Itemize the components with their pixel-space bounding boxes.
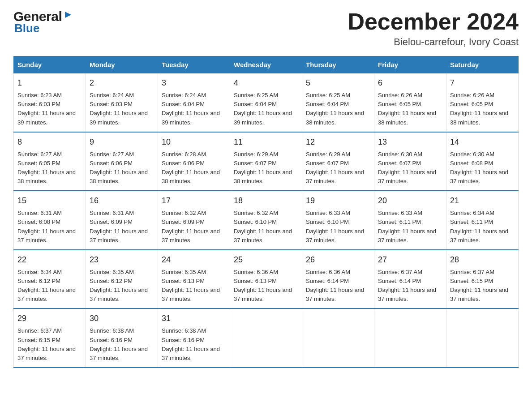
- calendar-cell: 5 Sunrise: 6:25 AMSunset: 6:04 PMDayligh…: [302, 73, 374, 132]
- calendar-cell: [374, 308, 446, 368]
- day-number: 2: [90, 77, 154, 89]
- calendar-cell: [446, 308, 519, 368]
- location-title: Bielou-carrefour, Ivory Coast: [348, 36, 519, 48]
- day-info: Sunrise: 6:37 AMSunset: 6:15 PMDaylight:…: [450, 268, 515, 304]
- day-number: 3: [162, 77, 226, 89]
- day-number: 25: [234, 254, 298, 266]
- day-info: Sunrise: 6:34 AMSunset: 6:12 PMDaylight:…: [17, 268, 82, 304]
- day-number: 18: [234, 195, 298, 207]
- calendar-header-row: SundayMondayTuesdayWednesdayThursdayFrid…: [14, 56, 519, 73]
- day-number: 30: [90, 313, 154, 325]
- title-area: December 2024 Bielou-carrefour, Ivory Co…: [348, 9, 519, 48]
- calendar-cell: 27 Sunrise: 6:37 AMSunset: 6:14 PMDaylig…: [374, 250, 446, 309]
- calendar-cell: 20 Sunrise: 6:33 AMSunset: 6:11 PMDaylig…: [374, 191, 446, 250]
- calendar-cell: 23 Sunrise: 6:35 AMSunset: 6:12 PMDaylig…: [86, 250, 158, 309]
- calendar-cell: 22 Sunrise: 6:34 AMSunset: 6:12 PMDaylig…: [14, 250, 86, 309]
- logo-blue-text: Blue: [14, 21, 39, 35]
- svg-marker-0: [65, 12, 71, 18]
- calendar-cell: 4 Sunrise: 6:25 AMSunset: 6:04 PMDayligh…: [230, 73, 302, 132]
- day-info: Sunrise: 6:35 AMSunset: 6:13 PMDaylight:…: [162, 268, 226, 304]
- day-info: Sunrise: 6:24 AMSunset: 6:04 PMDaylight:…: [162, 91, 226, 127]
- week-row-1: 1 Sunrise: 6:23 AMSunset: 6:03 PMDayligh…: [14, 73, 519, 132]
- day-info: Sunrise: 6:37 AMSunset: 6:14 PMDaylight:…: [378, 268, 442, 304]
- day-number: 24: [162, 254, 226, 266]
- calendar-cell: 18 Sunrise: 6:32 AMSunset: 6:10 PMDaylig…: [230, 191, 302, 250]
- day-info: Sunrise: 6:23 AMSunset: 6:03 PMDaylight:…: [17, 91, 82, 127]
- day-number: 11: [234, 136, 298, 148]
- week-row-3: 15 Sunrise: 6:31 AMSunset: 6:08 PMDaylig…: [14, 191, 519, 250]
- week-row-2: 8 Sunrise: 6:27 AMSunset: 6:05 PMDayligh…: [14, 132, 519, 191]
- day-number: 1: [17, 77, 82, 89]
- day-info: Sunrise: 6:37 AMSunset: 6:15 PMDaylight:…: [17, 326, 82, 363]
- header-sunday: Sunday: [14, 56, 86, 73]
- day-number: 28: [450, 254, 515, 266]
- header-area: General Blue December 2024 Bielou-carref…: [13, 9, 519, 48]
- calendar-cell: 28 Sunrise: 6:37 AMSunset: 6:15 PMDaylig…: [446, 250, 519, 309]
- calendar-cell: 8 Sunrise: 6:27 AMSunset: 6:05 PMDayligh…: [14, 132, 86, 191]
- day-info: Sunrise: 6:33 AMSunset: 6:10 PMDaylight:…: [306, 209, 370, 245]
- day-number: 8: [17, 136, 82, 148]
- day-number: 13: [378, 136, 442, 148]
- header-tuesday: Tuesday: [158, 56, 230, 73]
- day-info: Sunrise: 6:38 AMSunset: 6:16 PMDaylight:…: [90, 326, 154, 363]
- day-info: Sunrise: 6:31 AMSunset: 6:08 PMDaylight:…: [17, 209, 82, 245]
- day-number: 29: [17, 313, 82, 325]
- day-number: 16: [90, 195, 154, 207]
- calendar-cell: 30 Sunrise: 6:38 AMSunset: 6:16 PMDaylig…: [86, 308, 158, 368]
- header-friday: Friday: [374, 56, 446, 73]
- day-number: 31: [162, 313, 226, 325]
- day-info: Sunrise: 6:26 AMSunset: 6:05 PMDaylight:…: [450, 91, 515, 127]
- day-info: Sunrise: 6:35 AMSunset: 6:12 PMDaylight:…: [90, 268, 154, 304]
- day-number: 27: [378, 254, 442, 266]
- calendar-cell: 29 Sunrise: 6:37 AMSunset: 6:15 PMDaylig…: [14, 308, 86, 368]
- day-number: 14: [450, 136, 515, 148]
- day-info: Sunrise: 6:25 AMSunset: 6:04 PMDaylight:…: [306, 91, 370, 127]
- day-number: 9: [90, 136, 154, 148]
- day-number: 5: [306, 77, 370, 89]
- header-thursday: Thursday: [302, 56, 374, 73]
- week-row-5: 29 Sunrise: 6:37 AMSunset: 6:15 PMDaylig…: [14, 308, 519, 368]
- calendar-cell: 14 Sunrise: 6:30 AMSunset: 6:08 PMDaylig…: [446, 132, 519, 191]
- logo-area: General Blue: [13, 9, 73, 35]
- day-number: 15: [17, 195, 82, 207]
- calendar-cell: 3 Sunrise: 6:24 AMSunset: 6:04 PMDayligh…: [158, 73, 230, 132]
- day-info: Sunrise: 6:33 AMSunset: 6:11 PMDaylight:…: [378, 209, 442, 245]
- calendar-cell: 1 Sunrise: 6:23 AMSunset: 6:03 PMDayligh…: [14, 73, 86, 132]
- day-info: Sunrise: 6:34 AMSunset: 6:11 PMDaylight:…: [450, 209, 515, 245]
- calendar-cell: [302, 308, 374, 368]
- calendar-cell: 12 Sunrise: 6:29 AMSunset: 6:07 PMDaylig…: [302, 132, 374, 191]
- calendar-cell: 24 Sunrise: 6:35 AMSunset: 6:13 PMDaylig…: [158, 250, 230, 309]
- day-number: 6: [378, 77, 442, 89]
- day-info: Sunrise: 6:27 AMSunset: 6:05 PMDaylight:…: [17, 150, 82, 186]
- day-number: 17: [162, 195, 226, 207]
- day-number: 4: [234, 77, 298, 89]
- calendar-cell: 21 Sunrise: 6:34 AMSunset: 6:11 PMDaylig…: [446, 191, 519, 250]
- calendar-cell: 26 Sunrise: 6:36 AMSunset: 6:14 PMDaylig…: [302, 250, 374, 309]
- calendar-cell: 19 Sunrise: 6:33 AMSunset: 6:10 PMDaylig…: [302, 191, 374, 250]
- header-saturday: Saturday: [446, 56, 519, 73]
- calendar-cell: 17 Sunrise: 6:32 AMSunset: 6:09 PMDaylig…: [158, 191, 230, 250]
- day-info: Sunrise: 6:36 AMSunset: 6:14 PMDaylight:…: [306, 268, 370, 304]
- calendar-cell: 15 Sunrise: 6:31 AMSunset: 6:08 PMDaylig…: [14, 191, 86, 250]
- day-info: Sunrise: 6:27 AMSunset: 6:06 PMDaylight:…: [90, 150, 154, 186]
- day-info: Sunrise: 6:26 AMSunset: 6:05 PMDaylight:…: [378, 91, 442, 127]
- day-info: Sunrise: 6:28 AMSunset: 6:06 PMDaylight:…: [162, 150, 226, 186]
- calendar-cell: 2 Sunrise: 6:24 AMSunset: 6:03 PMDayligh…: [86, 73, 158, 132]
- day-info: Sunrise: 6:38 AMSunset: 6:16 PMDaylight:…: [162, 326, 226, 363]
- calendar-cell: 25 Sunrise: 6:36 AMSunset: 6:13 PMDaylig…: [230, 250, 302, 309]
- calendar-cell: 6 Sunrise: 6:26 AMSunset: 6:05 PMDayligh…: [374, 73, 446, 132]
- day-info: Sunrise: 6:29 AMSunset: 6:07 PMDaylight:…: [306, 150, 370, 186]
- day-number: 10: [162, 136, 226, 148]
- week-row-4: 22 Sunrise: 6:34 AMSunset: 6:12 PMDaylig…: [14, 250, 519, 309]
- calendar-cell: 31 Sunrise: 6:38 AMSunset: 6:16 PMDaylig…: [158, 308, 230, 368]
- calendar-cell: 16 Sunrise: 6:31 AMSunset: 6:09 PMDaylig…: [86, 191, 158, 250]
- day-info: Sunrise: 6:30 AMSunset: 6:07 PMDaylight:…: [378, 150, 442, 186]
- day-number: 21: [450, 195, 515, 207]
- day-info: Sunrise: 6:36 AMSunset: 6:13 PMDaylight:…: [234, 268, 298, 304]
- day-number: 23: [90, 254, 154, 266]
- day-info: Sunrise: 6:29 AMSunset: 6:07 PMDaylight:…: [234, 150, 298, 186]
- header-wednesday: Wednesday: [230, 56, 302, 73]
- calendar-table: SundayMondayTuesdayWednesdayThursdayFrid…: [13, 56, 519, 368]
- day-number: 22: [17, 254, 82, 266]
- day-info: Sunrise: 6:32 AMSunset: 6:10 PMDaylight:…: [234, 209, 298, 245]
